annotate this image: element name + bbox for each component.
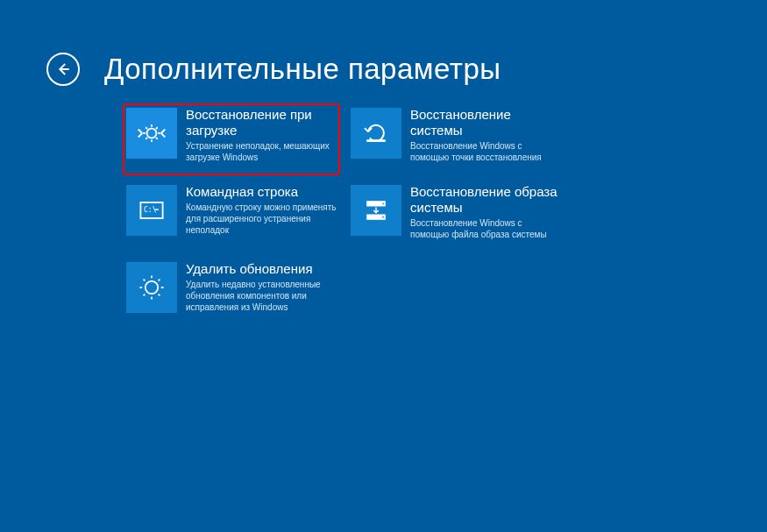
tile-system-restore[interactable]: Восстановление системы Восстановление Wi… bbox=[347, 103, 565, 175]
svg-point-7 bbox=[382, 202, 384, 204]
back-arrow-icon bbox=[55, 61, 71, 77]
tile-desc: Восстановление Windows с помощью файла о… bbox=[410, 217, 561, 240]
page-title: Дополнительные параметры bbox=[104, 53, 501, 86]
tile-desc: Командную строку можно применять для рас… bbox=[186, 202, 337, 236]
svg-point-0 bbox=[147, 129, 157, 138]
tile-text: Восстановление при загрузке Устранение н… bbox=[186, 107, 337, 163]
command-prompt-icon: C:\ bbox=[126, 185, 177, 236]
tile-text: Удалить обновления Удалить недавно устан… bbox=[186, 261, 337, 313]
tile-text: Командная строка Командную строку можно … bbox=[186, 184, 337, 236]
tile-title: Восстановление образа системы bbox=[410, 184, 561, 216]
startup-repair-icon bbox=[126, 108, 177, 159]
svg-text:C:\: C:\ bbox=[144, 205, 157, 214]
system-restore-icon bbox=[351, 108, 401, 159]
svg-rect-1 bbox=[366, 139, 386, 142]
tile-desc: Устранение неполадок, мешающих загрузке … bbox=[186, 140, 337, 163]
tile-title: Восстановление при загрузке bbox=[186, 107, 337, 138]
tile-title: Удалить обновления bbox=[186, 261, 337, 277]
tile-desc: Удалить недавно установленные обновления… bbox=[186, 279, 337, 313]
tile-command-prompt[interactable]: C:\ Командная строка Командную строку мо… bbox=[123, 181, 340, 252]
tile-title: Восстановление системы bbox=[410, 107, 561, 138]
system-image-icon bbox=[351, 185, 401, 236]
tiles-grid: Восстановление при загрузке Устранение н… bbox=[123, 103, 565, 330]
uninstall-updates-icon bbox=[126, 262, 177, 313]
svg-point-8 bbox=[382, 216, 384, 218]
tile-startup-repair[interactable]: Восстановление при загрузке Устранение н… bbox=[123, 103, 340, 175]
tile-title: Командная строка bbox=[186, 184, 337, 200]
tile-desc: Восстановление Windows с помощью точки в… bbox=[410, 140, 561, 163]
tile-text: Восстановление образа системы Восстановл… bbox=[410, 184, 561, 240]
svg-point-9 bbox=[146, 281, 158, 294]
tile-system-image[interactable]: Восстановление образа системы Восстановл… bbox=[347, 181, 565, 252]
back-button[interactable] bbox=[46, 53, 80, 86]
tile-uninstall-updates[interactable]: Удалить обновления Удалить недавно устан… bbox=[123, 258, 340, 330]
tile-text: Восстановление системы Восстановление Wi… bbox=[410, 107, 561, 163]
header: Дополнительные параметры bbox=[46, 53, 501, 86]
